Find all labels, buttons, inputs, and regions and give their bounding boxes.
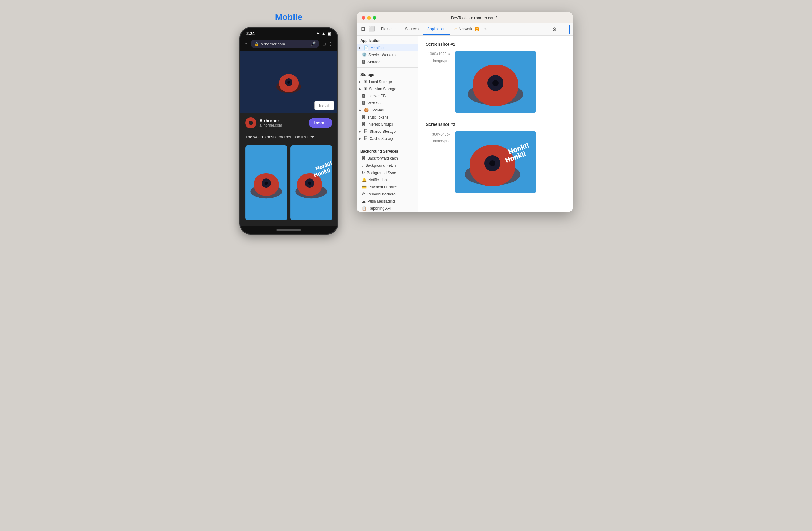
sidebar-item-trust-tokens[interactable]: 🗄 Trust Tokens: [357, 114, 418, 121]
mic-icon[interactable]: 🎤: [310, 41, 316, 46]
screenshot-1-meta: 1080×1920px image/png: [426, 51, 450, 64]
network-warn-icon: ⚠: [454, 27, 458, 31]
svg-point-30: [489, 160, 495, 166]
devtools-body: Application ▶ 📄 Manifest ⚙️ Service Work…: [357, 36, 572, 212]
sidebar-item-indexeddb[interactable]: 🗄 IndexedDB: [357, 92, 418, 99]
sidebar-item-cache-storage[interactable]: ▶ 🗄 Cache Storage: [357, 135, 418, 142]
device-toggle-button[interactable]: ⬜: [367, 24, 377, 35]
screenshot-1-image: [455, 51, 536, 113]
trust-tokens-icon: 🗄: [362, 115, 366, 120]
arrow-icon-ss: ▶: [359, 87, 361, 90]
network-warn-badge: 2: [475, 27, 479, 31]
download-icon[interactable]: ⊡: [322, 41, 326, 46]
minimize-button[interactable]: [367, 16, 371, 20]
svg-point-10: [265, 182, 268, 185]
devtools-window: DevTools - airhorner.com/ ⊡ ⬜ Elements S…: [357, 12, 572, 212]
sidebar-item-background-sync-label: Background Sync: [367, 171, 396, 175]
home-icon[interactable]: ⌂: [245, 41, 248, 47]
phone-tagline: The world's best airhorner, and it's fre…: [240, 133, 337, 142]
screenshot-2-format: image/png: [426, 138, 450, 145]
sidebar-item-cookies[interactable]: ▶ 🍪 Cookies: [357, 107, 418, 114]
arrow-icon-c: ▶: [359, 109, 361, 112]
sidebar-item-storage[interactable]: 🗄 Storage: [357, 58, 418, 66]
tab-elements[interactable]: Elements: [377, 24, 401, 34]
sidebar-item-reporting-api[interactable]: 📋 Reporting API: [357, 205, 418, 212]
install-button[interactable]: Install: [309, 118, 332, 128]
sidebar-item-manifest[interactable]: ▶ 📄 Manifest: [357, 44, 418, 51]
sidebar-item-trust-tokens-label: Trust Tokens: [367, 115, 388, 120]
svg-point-16: [308, 182, 311, 185]
interest-groups-icon: 🗄: [362, 122, 366, 127]
sidebar-item-payment-handler[interactable]: 💳 Payment Handler: [357, 183, 418, 191]
phone-bottom-bar: [240, 226, 337, 234]
local-storage-icon: ⊞: [364, 79, 367, 84]
wifi-icon: ▲: [321, 31, 325, 36]
screenshot-1-preview: [455, 51, 536, 113]
screenshot-2-preview: Honk!! Honk!!: [455, 131, 536, 193]
sidebar-item-payment-handler-label: Payment Handler: [368, 185, 397, 189]
screenshot-2-title: Screenshot #2: [426, 122, 565, 127]
more-options-button[interactable]: ⋮: [559, 24, 569, 35]
svg-point-4: [287, 81, 290, 84]
sidebar-item-notifications[interactable]: 🔔 Notifications: [357, 176, 418, 183]
tab-sources[interactable]: Sources: [401, 24, 423, 34]
service-workers-icon: ⚙️: [362, 53, 366, 57]
background-sync-icon: ↻: [362, 170, 365, 175]
indexeddb-icon: 🗄: [362, 94, 366, 98]
phone-home-indicator: [276, 229, 301, 230]
phone-install-banner: Airhorner airhorner.com Install: [240, 113, 337, 133]
screenshot-1-title: Screenshot #1: [426, 42, 565, 47]
settings-button[interactable]: ⚙: [550, 24, 559, 35]
sidebar-item-service-workers[interactable]: ⚙️ Service Workers: [357, 51, 418, 58]
sidebar-item-shared-storage[interactable]: ▶ 🗄 Shared Storage: [357, 128, 418, 135]
active-tab-indicator: [569, 25, 570, 34]
sidebar-item-local-storage[interactable]: ▶ ⊞ Local Storage: [357, 78, 418, 85]
devtools-titlebar: DevTools - airhorner.com/: [357, 12, 572, 24]
sidebar-item-web-sql[interactable]: 🗄 Web SQL: [357, 99, 418, 107]
sidebar-item-local-storage-label: Local Storage: [369, 80, 392, 84]
phone-screenshot-2-image: Honk!! Honk!!: [290, 145, 332, 220]
screenshot-2-image: Honk!! Honk!!: [455, 131, 536, 193]
sidebar-item-back-forward-cache[interactable]: 🗄 Back/forward cach: [357, 155, 418, 162]
cookies-icon: 🍪: [364, 108, 369, 112]
phone-url-actions: ⊡ ⋮: [322, 41, 333, 46]
phone-screenshot-2: Honk!! Honk!!: [290, 145, 332, 220]
sidebar-item-web-sql-label: Web SQL: [367, 101, 383, 105]
sidebar-item-shared-storage-label: Shared Storage: [369, 129, 395, 134]
sidebar-item-indexeddb-label: IndexedDB: [367, 94, 386, 98]
sidebar-section-storage: Storage: [357, 69, 418, 78]
sidebar-item-interest-groups[interactable]: 🗄 Interest Groups: [357, 121, 418, 128]
phone-content-area: Install: [240, 51, 337, 113]
maximize-button[interactable]: [373, 16, 376, 20]
more-icon[interactable]: ⋮: [329, 41, 333, 46]
sidebar-divider-2: [357, 144, 418, 144]
mobile-section: Mobile 2:24 ✦ ▲ ▣ ⌂ 🔒 airhorner.com 🎤 ⊡ …: [240, 12, 338, 235]
sidebar-item-push-messaging[interactable]: ☁ Push Messaging: [357, 198, 418, 205]
app-info: Airhorner airhorner.com: [259, 118, 306, 127]
sidebar-item-background-sync[interactable]: ↻ Background Sync: [357, 169, 418, 176]
bluetooth-icon: ✦: [316, 31, 320, 36]
sidebar-item-periodic-background[interactable]: ⏱ Periodic Backgrou: [357, 191, 418, 198]
notifications-icon: 🔔: [362, 178, 366, 182]
tab-application[interactable]: Application: [423, 24, 450, 34]
tab-more[interactable]: »: [480, 24, 491, 34]
phone-time: 2:24: [246, 31, 255, 36]
periodic-background-icon: ⏱: [362, 192, 366, 196]
devtools-title: DevTools - airhorner.com/: [380, 15, 568, 20]
sidebar-item-cache-storage-label: Cache Storage: [369, 137, 394, 141]
sidebar-item-background-fetch[interactable]: ↕ Background Fetch: [357, 162, 418, 169]
arrow-icon-cs: ▶: [359, 137, 361, 140]
sidebar-item-reporting-api-label: Reporting API: [368, 206, 391, 211]
phone-url-box[interactable]: 🔒 airhorner.com 🎤: [251, 40, 319, 48]
close-button[interactable]: [362, 16, 365, 20]
tab-network[interactable]: ⚠ Network: [450, 24, 477, 34]
svg-point-24: [492, 80, 498, 86]
sidebar-section-application: Application: [357, 36, 418, 44]
sidebar-item-session-storage[interactable]: ▶ ⊞ Session Storage: [357, 85, 418, 92]
sidebar-item-background-fetch-label: Background Fetch: [366, 163, 395, 168]
storage-icon: 🗄: [362, 59, 366, 64]
sidebar-item-manifest-label: Manifest: [371, 46, 385, 50]
app-icon-inner: [249, 121, 253, 125]
inspect-tool-button[interactable]: ⊡: [359, 24, 367, 35]
cache-storage-icon: 🗄: [364, 136, 368, 141]
